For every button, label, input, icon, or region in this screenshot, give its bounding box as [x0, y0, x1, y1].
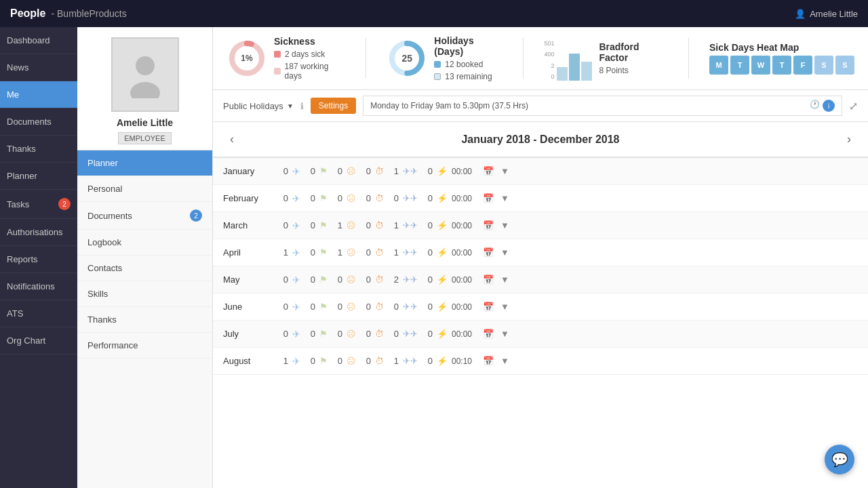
tasks-label: Tasks: [7, 199, 29, 209]
sidebar-item-authorisations[interactable]: Authorisations: [0, 219, 77, 246]
news-label: News: [7, 62, 29, 73]
info-icon[interactable]: ℹ: [300, 101, 304, 111]
secondary-nav-item-documents[interactable]: Documents 2: [77, 202, 212, 230]
sidebar-item-dashboard[interactable]: Dashboard: [0, 27, 77, 54]
next-month-button[interactable]: ›: [840, 129, 858, 150]
heatmap-day-T2: T: [772, 56, 791, 75]
secondary-nav-item-performance[interactable]: Performance: [77, 333, 212, 359]
expand-row-button[interactable]: ▼: [500, 274, 509, 285]
holidays-value: 25: [402, 53, 413, 64]
divider-2: [523, 38, 524, 79]
expand-row-button[interactable]: ▼: [500, 247, 509, 258]
sidebar-item-reports[interactable]: Reports: [0, 246, 77, 273]
expand-row-button[interactable]: ▼: [500, 356, 509, 366]
settings-button[interactable]: Settings: [311, 98, 356, 114]
thanks-label: Thanks: [7, 144, 36, 154]
data-num: 0: [388, 302, 399, 312]
calendar-icon: 📅: [483, 220, 494, 230]
sidebar-item-tasks[interactable]: Tasks 2: [0, 190, 77, 219]
schedule-info-icon[interactable]: i: [823, 100, 835, 112]
reports-label: Reports: [7, 254, 38, 264]
bradford-labels: 501 400 2 0: [544, 40, 554, 81]
data-num: 1: [332, 220, 342, 230]
holidays-booked-row: 12 booked: [434, 60, 502, 69]
sickness-days-sick-row: 2 days sick: [274, 49, 345, 59]
multi-icon: ✈✈: [403, 166, 418, 176]
secondary-nav-item-contacts[interactable]: Contacts: [77, 256, 212, 281]
bolt-icon: ⚡: [437, 274, 448, 285]
calendar-icon: 📅: [483, 329, 494, 339]
month-name: March: [223, 220, 277, 230]
multi-icon: ✈✈: [403, 329, 418, 339]
secondary-nav-item-skills[interactable]: Skills: [77, 281, 212, 307]
clock-icon: ⏱: [375, 166, 384, 176]
sidebar-item-thanks[interactable]: Thanks: [0, 136, 77, 163]
bradford-points: 8 Points: [599, 66, 668, 75]
sickness-working-days: 187 working days: [285, 62, 346, 81]
month-name: May: [223, 274, 277, 285]
multi-icon: ✈✈: [403, 274, 418, 285]
table-row: April 1 ✈ 0 ⚑ 1 ☹ 0 ⏱ 1 ✈✈ 0 ⚡ 00:00 📅 ▼: [213, 239, 868, 266]
bf-label-0: 0: [544, 73, 554, 80]
expand-row-button[interactable]: ▼: [500, 220, 509, 230]
chat-button[interactable]: 💬: [825, 445, 854, 474]
sidebar-item-notifications[interactable]: Notifications: [0, 273, 77, 300]
bolt-icon: ⚡: [437, 220, 448, 230]
expand-row-button[interactable]: ▼: [500, 302, 509, 312]
me-label: Me: [7, 89, 19, 100]
secondary-nav-item-personal[interactable]: Personal: [77, 176, 212, 202]
data-num: 0: [422, 356, 433, 366]
divider-3: [688, 38, 689, 79]
data-num: 0: [388, 329, 399, 339]
prev-month-button[interactable]: ‹: [223, 129, 241, 150]
holidays-title: Holidays (Days): [434, 35, 502, 57]
multi-icon: ✈✈: [403, 220, 418, 230]
expand-row-button[interactable]: ▼: [500, 329, 509, 339]
bolt-icon: ⚡: [437, 166, 448, 176]
org-chart-label: Org Chart: [7, 336, 45, 346]
secondary-nav-item-logbook[interactable]: Logbook: [77, 230, 212, 256]
sidebar-item-documents[interactable]: Documents: [0, 108, 77, 136]
clock-icon: ⏱: [375, 193, 384, 203]
plane-icon: ✈: [292, 193, 300, 204]
data-num: 0: [422, 166, 433, 176]
avatar: [111, 37, 179, 112]
data-num: 0: [304, 247, 315, 258]
bf-bar-1: [557, 67, 568, 81]
bradford-bars: [557, 43, 592, 81]
secondary-nav-item-planner[interactable]: Planner: [77, 150, 212, 176]
tasks-badge: 2: [58, 198, 71, 210]
sidebar-item-ats[interactable]: ATS: [0, 300, 77, 327]
clock-icon: ⏱: [375, 247, 384, 258]
calendar-icon: 📅: [483, 302, 494, 312]
table-row: February 0 ✈ 0 ⚑ 0 ☹ 0 ⏱ 0 ✈✈ 0 ⚡ 00:00 …: [213, 185, 868, 212]
plane-icon: ✈: [292, 356, 300, 367]
expand-row-button[interactable]: ▼: [500, 193, 509, 203]
data-num: 0: [360, 193, 371, 203]
chevron-down-icon: ▼: [287, 102, 294, 110]
data-num: 1: [388, 247, 399, 258]
sidebar-item-me[interactable]: Me: [0, 81, 77, 108]
data-num: 1: [277, 356, 288, 366]
stats-bar: 1% Sickness 2 days sick 187 working days: [213, 27, 868, 90]
data-num: 0: [422, 220, 433, 230]
flag-icon: ⚑: [319, 356, 328, 366]
bf-label-400: 400: [544, 51, 554, 58]
time-value: 00:00: [452, 248, 479, 258]
documents-badge: 2: [190, 209, 202, 222]
face-icon: ☹: [347, 193, 356, 203]
sidebar-item-planner[interactable]: Planner: [0, 163, 77, 190]
ats-label: ATS: [7, 308, 23, 319]
topbar-user[interactable]: 👤 Amelie Little: [795, 9, 858, 19]
sidebar-item-org-chart[interactable]: Org Chart: [0, 327, 77, 354]
time-value: 00:10: [452, 357, 479, 366]
expand-icon[interactable]: ⤢: [849, 100, 858, 113]
heatmap-day-S1: S: [814, 56, 833, 75]
sidebar-item-news[interactable]: News: [0, 54, 77, 81]
secondary-nav-item-thanks[interactable]: Thanks: [77, 307, 212, 333]
data-num: 0: [422, 193, 433, 203]
plane-icon: ✈: [292, 329, 300, 340]
public-holidays-selector[interactable]: Public Holidays ▼: [223, 101, 294, 111]
time-value: 00:00: [452, 221, 479, 230]
expand-row-button[interactable]: ▼: [500, 166, 509, 176]
